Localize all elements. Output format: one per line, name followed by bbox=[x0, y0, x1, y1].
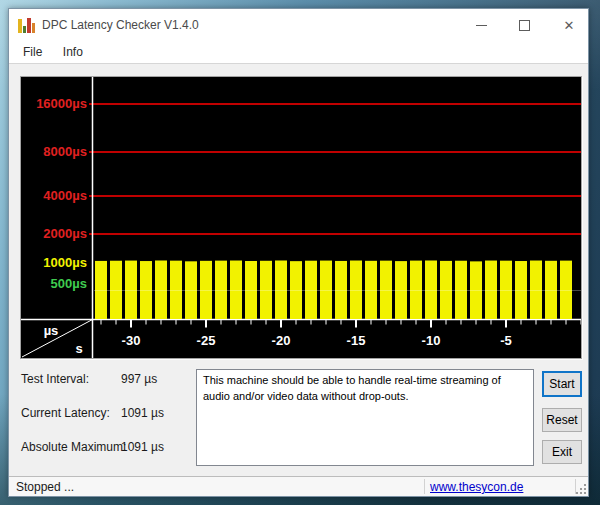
reset-button[interactable]: Reset bbox=[542, 408, 582, 432]
svg-text:500µs: 500µs bbox=[51, 276, 87, 291]
svg-text:-15: -15 bbox=[347, 333, 366, 348]
minimize-icon bbox=[476, 25, 487, 26]
menu-item-info[interactable]: Info bbox=[61, 44, 85, 60]
status-text: Stopped ... bbox=[16, 480, 74, 494]
svg-text:2000µs: 2000µs bbox=[43, 226, 87, 241]
statusbar: Stopped ... www.thesycon.de bbox=[9, 476, 588, 496]
close-icon: ✕ bbox=[564, 18, 575, 33]
stat-current-latency: Current Latency: 1091 µs bbox=[21, 406, 201, 420]
menu-item-file[interactable]: File bbox=[21, 44, 44, 60]
stat-test-interval: Test Interval: 997 µs bbox=[21, 372, 201, 386]
start-button[interactable]: Start bbox=[542, 371, 582, 397]
stat-value: 1091 µs bbox=[121, 440, 164, 454]
svg-text:-5: -5 bbox=[500, 333, 512, 348]
exit-button[interactable]: Exit bbox=[542, 440, 582, 464]
close-button[interactable]: ✕ bbox=[554, 13, 584, 37]
svg-text:-20: -20 bbox=[272, 333, 291, 348]
app-window: DPC Latency Checker V1.4.0 ✕ File Info 1… bbox=[8, 8, 589, 497]
svg-text:s: s bbox=[75, 341, 82, 356]
latency-chart-svg: 16000µs8000µs4000µs2000µs1000µs500µs-30-… bbox=[21, 77, 581, 358]
titlebar[interactable]: DPC Latency Checker V1.4.0 ✕ bbox=[9, 9, 588, 41]
svg-text:1000µs: 1000µs bbox=[43, 255, 87, 270]
svg-text:16000µs: 16000µs bbox=[36, 96, 87, 111]
svg-text:4000µs: 4000µs bbox=[43, 188, 87, 203]
stat-label: Current Latency: bbox=[21, 406, 110, 420]
window-title: DPC Latency Checker V1.4.0 bbox=[42, 9, 199, 41]
stat-label: Absolute Maximum: bbox=[21, 440, 126, 454]
stat-label: Test Interval: bbox=[21, 372, 89, 386]
statusbar-separator bbox=[575, 479, 576, 494]
svg-text:µs: µs bbox=[44, 323, 59, 338]
svg-text:8000µs: 8000µs bbox=[43, 144, 87, 159]
svg-text:-25: -25 bbox=[197, 333, 216, 348]
maximize-button[interactable] bbox=[509, 13, 539, 37]
bar-chart-app-icon bbox=[18, 17, 36, 33]
statusbar-separator bbox=[424, 479, 425, 494]
minimize-button[interactable] bbox=[466, 13, 496, 37]
result-text-box: This machine should be able to handle re… bbox=[196, 369, 534, 466]
thesycon-link[interactable]: www.thesycon.de bbox=[430, 480, 523, 494]
svg-text:-30: -30 bbox=[122, 333, 141, 348]
stat-value: 997 µs bbox=[121, 372, 157, 386]
stat-absolute-maximum: Absolute Maximum: 1091 µs bbox=[21, 440, 201, 454]
menubar: File Info bbox=[9, 41, 588, 64]
latency-chart: 16000µs8000µs4000µs2000µs1000µs500µs-30-… bbox=[20, 76, 582, 359]
svg-text:-10: -10 bbox=[422, 333, 441, 348]
maximize-icon bbox=[519, 20, 530, 31]
stat-value: 1091 µs bbox=[121, 406, 164, 420]
